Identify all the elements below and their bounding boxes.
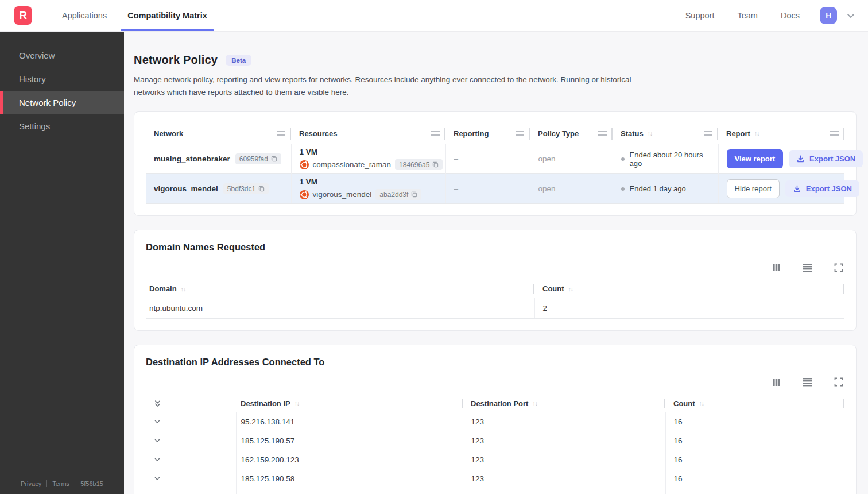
build-hash: 5f56b15	[80, 480, 103, 487]
domains-card: Domain Names Requested Domain↑↓ Count↑↓ …	[134, 230, 857, 331]
col-label: Count	[673, 399, 695, 408]
columns-icon[interactable]	[772, 263, 781, 272]
network-id-chip: 5bdf3dc1	[223, 183, 269, 194]
chevron-down-icon[interactable]	[153, 456, 162, 464]
copy-icon[interactable]	[411, 191, 417, 198]
col-header-domain: Domain↑↓	[146, 280, 534, 298]
hide-report-button[interactable]: Hide report	[727, 179, 780, 198]
privacy-link[interactable]: Privacy	[21, 480, 41, 487]
copy-icon[interactable]	[271, 156, 277, 162]
column-menu-icon[interactable]	[431, 131, 440, 136]
export-json-button[interactable]: Export JSON	[785, 180, 859, 197]
sort-icon[interactable]: ↑↓	[532, 400, 537, 407]
row-expand-cell	[146, 469, 236, 488]
column-menu-icon[interactable]	[704, 131, 712, 136]
columns-icon[interactable]	[772, 377, 781, 387]
nav-link-team[interactable]: Team	[730, 11, 765, 20]
network-row: musing_stonebraker60959fad 1 VM compassi…	[146, 144, 844, 174]
user-avatar[interactable]: H	[820, 7, 837, 24]
footer-divider	[46, 480, 47, 487]
col-header-destination-port: Destination Port↑↓	[463, 395, 665, 412]
ubuntu-icon	[300, 160, 309, 169]
export-json-label: Export JSON	[806, 184, 852, 193]
column-menu-icon[interactable]	[830, 131, 839, 136]
sort-icon[interactable]: ↑↓	[294, 400, 300, 407]
col-header-report: Report ↑↓	[718, 124, 844, 144]
sort-icon[interactable]: ↑↓	[568, 285, 574, 292]
col-label: Status	[621, 129, 644, 138]
sidebar-item-overview[interactable]: Overview	[0, 44, 124, 67]
row-expand-cell	[146, 431, 236, 450]
domains-toolbar	[146, 263, 843, 272]
col-header-count: Count↑↓	[665, 395, 844, 412]
chevron-down-icon[interactable]	[153, 437, 162, 445]
destination-port-cell: 123	[463, 450, 665, 469]
col-header-policy-type: Policy Type	[530, 124, 613, 144]
resources-cell: 1 VM compassionate_raman184696a5	[291, 144, 445, 174]
sort-icon[interactable]: ↑↓	[754, 130, 760, 137]
destinations-card-title: Destination IP Addresses Connected To	[146, 357, 844, 368]
sidebar: Overview History Network Policy Settings…	[0, 32, 124, 494]
copy-icon[interactable]	[258, 186, 265, 192]
vm-count: 1 VM	[300, 148, 440, 156]
chevron-down-icon[interactable]	[153, 418, 162, 426]
page-description: Manage network policy, reporting and vie…	[134, 74, 642, 99]
network-id: 60959fad	[239, 155, 268, 163]
network-name: musing_stonebraker	[154, 155, 230, 163]
row-expand-cell	[146, 450, 236, 469]
count-cell: 16	[665, 488, 844, 494]
col-label: Network	[154, 129, 183, 138]
col-label: Count	[542, 284, 564, 293]
policy-type-cell: open	[530, 144, 613, 174]
nav-tab-compatibility-matrix[interactable]: Compatibility Matrix	[117, 0, 218, 31]
export-json-button[interactable]: Export JSON	[789, 150, 863, 167]
sidebar-item-history[interactable]: History	[0, 67, 124, 91]
sidebar-item-network-policy[interactable]: Network Policy	[0, 91, 124, 114]
status-dot-icon	[621, 157, 625, 161]
column-menu-icon[interactable]	[516, 131, 524, 136]
network-row: vigorous_mendel5bdf3dc1 1 VM vigorous_me…	[146, 174, 844, 204]
destination-ip-cell: 185.125.190.57	[236, 431, 463, 450]
destination-row: 185.125.190.58 123 16	[146, 469, 844, 488]
row-expand-cell	[146, 488, 236, 494]
destination-port-cell: 123	[463, 431, 665, 450]
footer-divider	[75, 480, 75, 487]
vm-id-chip: 184696a5	[395, 159, 443, 170]
sort-icon[interactable]: ↑↓	[699, 400, 704, 407]
nav-link-support[interactable]: Support	[678, 11, 722, 20]
ubuntu-icon	[300, 190, 309, 199]
vm-id: aba2dd3f	[379, 191, 408, 199]
policy-type-cell: open	[530, 174, 613, 204]
nav-link-docs[interactable]: Docs	[773, 11, 807, 20]
vm-id-chip: aba2dd3f	[375, 189, 421, 200]
rows-icon[interactable]	[803, 263, 813, 272]
vm-name: compassionate_raman	[313, 160, 392, 169]
user-menu-chevron-icon[interactable]	[846, 11, 855, 20]
app-logo[interactable]: R	[14, 6, 32, 25]
sort-icon[interactable]: ↑↓	[181, 285, 186, 292]
report-cell: View report Export JSON	[718, 144, 844, 174]
col-header-count: Count↑↓	[534, 280, 844, 298]
column-menu-icon[interactable]	[277, 131, 285, 136]
terms-link[interactable]: Terms	[52, 480, 69, 487]
primary-nav: Applications Compatibility Matrix	[52, 0, 218, 31]
expand-all-icon[interactable]	[153, 399, 162, 408]
sidebar-item-settings[interactable]: Settings	[0, 114, 124, 138]
count-cell: 16	[665, 469, 844, 488]
sort-icon[interactable]: ↑↓	[648, 130, 653, 137]
destination-port-cell: 123	[463, 488, 665, 494]
copy-icon[interactable]	[432, 161, 439, 168]
nav-tab-applications[interactable]: Applications	[52, 0, 117, 31]
column-menu-icon[interactable]	[598, 131, 607, 136]
col-header-destination-ip: Destination IP↑↓	[236, 395, 463, 412]
beta-badge: Beta	[226, 55, 251, 66]
top-navbar: R Applications Compatibility Matrix Supp…	[0, 0, 868, 32]
count-cell: 2	[534, 298, 844, 318]
fullscreen-icon[interactable]	[834, 377, 843, 387]
view-report-button[interactable]: View report	[727, 149, 784, 168]
chevron-down-icon[interactable]	[153, 474, 162, 483]
domains-table: Domain↑↓ Count↑↓ ntp.ubuntu.com 2	[146, 280, 844, 319]
destination-port-cell: 123	[463, 469, 665, 488]
rows-icon[interactable]	[803, 377, 813, 387]
fullscreen-icon[interactable]	[834, 263, 843, 272]
